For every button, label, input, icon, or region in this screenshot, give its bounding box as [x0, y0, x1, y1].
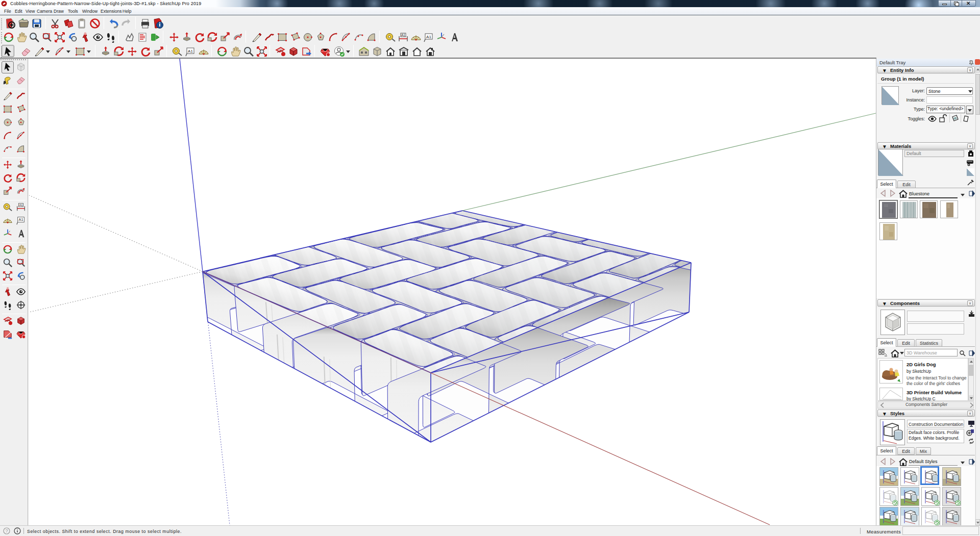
svg-text:A1: A1	[188, 49, 193, 54]
svg-text:A1: A1	[19, 203, 22, 207]
svg-text:A1: A1	[19, 217, 23, 222]
svg-text:A1: A1	[426, 35, 431, 39]
svg-text:?: ?	[5, 528, 8, 533]
svg-text:A1: A1	[401, 33, 405, 37]
